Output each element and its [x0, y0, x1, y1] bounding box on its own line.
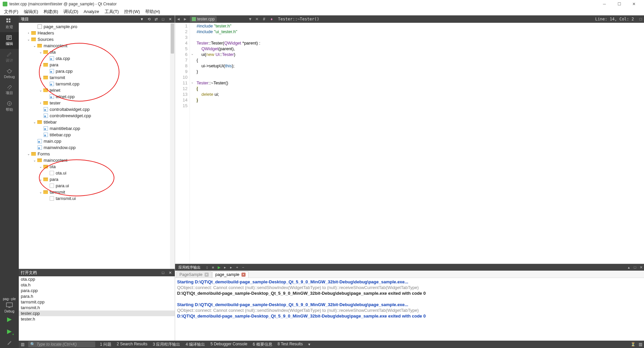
- status-item[interactable]: 1 问题: [97, 342, 114, 347]
- nav-fwd-icon[interactable]: ►: [182, 17, 189, 21]
- status-item[interactable]: 3 应用程序输出: [150, 342, 183, 347]
- open-doc-item[interactable]: para.cpp: [19, 288, 175, 293]
- tree-expander[interactable]: ⌄: [38, 178, 43, 181]
- tree-row[interactable]: controltreewidget.cpp: [19, 113, 175, 119]
- activity-welcome[interactable]: 欢迎: [0, 15, 19, 32]
- filter-icon[interactable]: ▼: [139, 16, 145, 22]
- open-doc-item[interactable]: tester.cpp: [19, 310, 175, 316]
- close-file-icon[interactable]: ✕: [254, 17, 260, 21]
- status-item[interactable]: 8 Test Results: [275, 342, 306, 347]
- tree-row[interactable]: ⌄Sources: [19, 36, 175, 43]
- tree-expander[interactable]: ⌄: [32, 158, 37, 162]
- activity-debug[interactable]: Debug: [0, 66, 19, 81]
- locator-input[interactable]: 🔍 Type to locate (Ctrl+K): [28, 341, 95, 347]
- tree-row[interactable]: tarnsmit.cpp: [19, 81, 175, 87]
- activity-edit[interactable]: 编辑: [0, 32, 19, 49]
- split-icon[interactable]: □: [160, 270, 166, 275]
- tree-expander[interactable]: ⌄: [26, 38, 31, 41]
- tree-row[interactable]: para.ui: [19, 183, 175, 189]
- project-selector[interactable]: pag···ple: [1, 296, 18, 301]
- close-tab-icon[interactable]: ✕: [205, 273, 209, 277]
- tree-row[interactable]: ota.ui: [19, 170, 175, 176]
- code-body[interactable]: #include "tester.h"#include "ui_tester.h…: [195, 23, 644, 264]
- tree-row[interactable]: ⌄titlebar: [19, 119, 175, 125]
- step-icon[interactable]: ▸: [222, 265, 228, 270]
- output-tab[interactable]: page_sample✕: [212, 271, 249, 278]
- monitor-icon[interactable]: [6, 302, 13, 308]
- project-tree[interactable]: page_sample.pro›Headers⌄Sources⌄maincont…: [19, 23, 175, 269]
- menu-item[interactable]: 编辑(E): [21, 8, 41, 15]
- tree-expander[interactable]: ›: [26, 31, 31, 35]
- open-doc-item[interactable]: para.h: [19, 293, 175, 299]
- tree-row[interactable]: maintitlebar.cpp: [19, 125, 175, 132]
- debug-run-button[interactable]: ▶●: [5, 327, 13, 335]
- status-item[interactable]: 5 Debugger Console: [208, 342, 250, 347]
- status-item[interactable]: 6 概要信息: [250, 342, 275, 347]
- tree-row[interactable]: titlebar.cpp: [19, 132, 175, 138]
- tree-expander[interactable]: ⌄: [38, 190, 43, 194]
- tree-row[interactable]: ota.cpp: [19, 55, 175, 62]
- menu-item[interactable]: 构建(B): [41, 8, 61, 15]
- open-doc-item[interactable]: tarnsmit.h: [19, 305, 175, 310]
- tree-row[interactable]: main.cpp: [19, 138, 175, 144]
- tree-row[interactable]: ⌄para: [19, 176, 175, 183]
- nav-back-icon[interactable]: ◄: [175, 17, 182, 21]
- tree-expander[interactable]: ⌄: [38, 165, 43, 168]
- run-button[interactable]: ▶: [5, 315, 13, 323]
- minus-icon[interactable]: −: [240, 265, 246, 269]
- tree-row[interactable]: tarnsmit.ui: [19, 195, 175, 202]
- menu-item[interactable]: 控件(W): [121, 8, 143, 15]
- open-doc-item[interactable]: ota.cpp: [19, 276, 175, 282]
- close-button[interactable]: ✕: [627, 0, 641, 8]
- chevron-down-icon[interactable]: ▾: [306, 342, 313, 347]
- build-config[interactable]: Debug: [4, 309, 14, 313]
- line-col-indicator[interactable]: Line: 14, Col: 2: [592, 17, 637, 21]
- close-tab-icon[interactable]: ✕: [241, 273, 246, 277]
- menu-item[interactable]: 调试(D): [61, 8, 81, 15]
- sync-icon[interactable]: ⟲: [146, 16, 152, 22]
- tree-expander[interactable]: ⌄: [32, 120, 37, 124]
- tree-expander[interactable]: ⌄: [38, 76, 43, 79]
- split-editor-icon[interactable]: □: [637, 17, 644, 21]
- maximize-button[interactable]: ☐: [612, 0, 627, 8]
- build-button[interactable]: [5, 339, 13, 347]
- tree-row[interactable]: telnet.cpp: [19, 93, 175, 100]
- tree-row[interactable]: ⌄Forms: [19, 151, 175, 157]
- activity-project[interactable]: 项目: [0, 81, 19, 98]
- close-output-icon[interactable]: ✕: [638, 265, 644, 270]
- editor-file-tab[interactable]: tester.cpp: [190, 16, 217, 22]
- tree-row[interactable]: ›Headers: [19, 30, 175, 36]
- tree-expander[interactable]: ⌄: [26, 152, 31, 156]
- tree-row[interactable]: ⌄maincontent: [19, 157, 175, 163]
- tree-row[interactable]: ⌄maincontent: [19, 43, 175, 49]
- tree-row[interactable]: page_sample.pro: [19, 23, 175, 30]
- activity-design[interactable]: 设计: [0, 49, 19, 66]
- output-tab[interactable]: PageSample✕: [176, 271, 212, 278]
- close-pane-icon[interactable]: ✕: [167, 16, 173, 22]
- tree-expander[interactable]: ⌄: [38, 63, 43, 67]
- tree-scrollbar[interactable]: [170, 23, 175, 269]
- output-body[interactable]: Starting D:\QT\Qt_demo\build-page_sample…: [175, 278, 644, 341]
- tree-row[interactable]: para.cpp: [19, 68, 175, 74]
- link-icon[interactable]: ⇄: [153, 16, 159, 22]
- split-icon[interactable]: □: [160, 16, 166, 22]
- open-doc-item[interactable]: tester.h: [19, 316, 175, 322]
- tree-row[interactable]: controltabwidget.cpp: [19, 106, 175, 113]
- open-doc-item[interactable]: ota.h: [19, 282, 175, 288]
- next-icon[interactable]: ▸: [228, 265, 234, 270]
- minimize-button[interactable]: ─: [597, 0, 612, 8]
- status-item[interactable]: 4 编译输出: [183, 342, 208, 347]
- run-icon[interactable]: ▶: [216, 265, 222, 270]
- filter-icon[interactable]: ⎀: [204, 265, 210, 269]
- dropdown-icon[interactable]: ▼: [247, 17, 254, 21]
- stop-icon[interactable]: ■: [210, 265, 216, 269]
- tree-row[interactable]: ⌄ota: [19, 163, 175, 170]
- fold-column[interactable]: ⌄⌄: [190, 23, 195, 264]
- close-pane-icon[interactable]: ✕: [167, 270, 173, 275]
- tree-row[interactable]: ⌄para: [19, 62, 175, 68]
- tree-expander[interactable]: ⌄: [38, 50, 43, 54]
- progress-icon[interactable]: ⏳: [629, 342, 637, 347]
- menu-item[interactable]: 文件(F): [1, 8, 21, 15]
- tree-row[interactable]: ›tester: [19, 100, 175, 106]
- code-editor[interactable]: 123456789101112131415 ⌄⌄ #include "teste…: [175, 23, 644, 264]
